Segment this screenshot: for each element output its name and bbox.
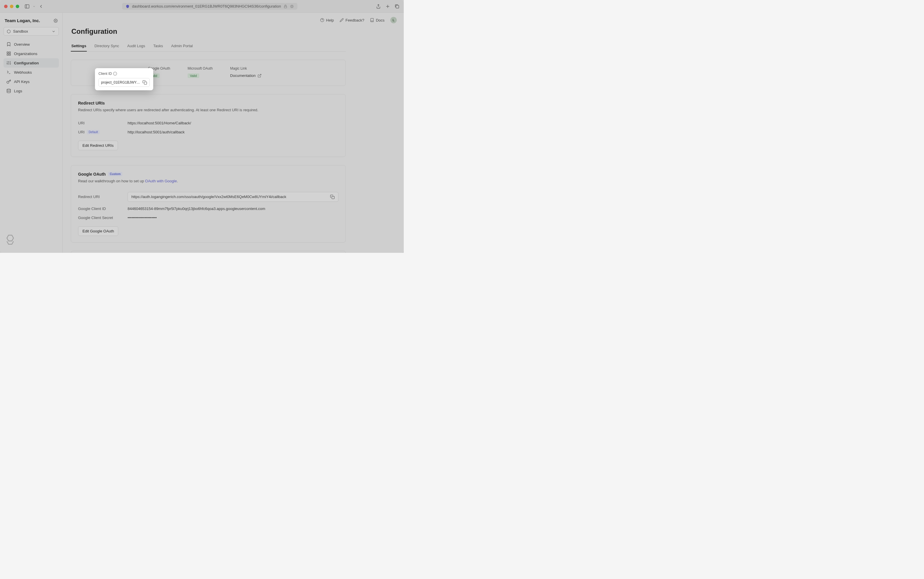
svg-point-25 — [7, 89, 10, 90]
oauth-google-link[interactable]: OAuth with Google — [145, 179, 177, 183]
help-link[interactable]: Help — [320, 18, 334, 23]
client-id-label: Client ID — [98, 72, 112, 76]
magic-link-docs[interactable]: Documentation — [230, 74, 261, 78]
google-client-id-label: Google Client ID — [78, 206, 128, 211]
minimize-window-icon[interactable] — [10, 5, 13, 8]
uri-label: URI — [78, 121, 128, 125]
back-icon[interactable] — [38, 4, 44, 9]
share-icon[interactable] — [376, 4, 381, 9]
external-link-icon — [257, 74, 262, 78]
default-badge: Default — [87, 130, 100, 134]
google-redirect-label: Redirect URI — [78, 195, 128, 199]
url-bar[interactable]: dashboard.workos.com/environment_01ERG1B… — [122, 3, 298, 10]
workos-logo-icon — [5, 235, 15, 245]
tabs: Settings Directory Sync Audit Logs Tasks… — [71, 41, 346, 52]
info-icon[interactable] — [113, 72, 117, 76]
google-client-secret-value: •••••••••••••••••••••• — [128, 216, 339, 220]
feedback-link[interactable]: Feedback? — [340, 18, 364, 23]
uri-value: http://localhost:5001/auth/callback — [128, 130, 339, 134]
grid-icon — [7, 51, 11, 56]
sidebar-item-label: Logs — [14, 89, 22, 93]
database-icon — [7, 88, 11, 93]
edit-google-oauth-button[interactable]: Edit Google OAuth — [78, 226, 118, 236]
titlebar: dashboard.workos.com/environment_01ERG1B… — [0, 0, 404, 13]
google-redirect-uri-value: https://auth.logangingerich.com/sso/oaut… — [131, 195, 328, 199]
pencil-icon — [340, 18, 344, 22]
sidebar-toggle-icon[interactable] — [25, 4, 30, 9]
tab-admin-portal[interactable]: Admin Portal — [171, 41, 193, 52]
redirect-uri-row: URI https://localhost:5001/Home/Callback… — [78, 119, 339, 128]
more-icon[interactable] — [290, 4, 294, 8]
svg-rect-9 — [396, 5, 399, 8]
tabs-icon[interactable] — [394, 4, 400, 9]
microsoft-oauth-status: Valid — [188, 74, 199, 78]
copy-icon[interactable] — [142, 80, 147, 85]
svg-point-5 — [291, 6, 292, 7]
sidebar-item-configuration[interactable]: Configuration — [3, 58, 59, 67]
sidebar-item-api-keys[interactable]: API Keys — [3, 77, 59, 86]
google-client-secret-label: Google Client Secret — [78, 216, 128, 220]
svg-rect-11 — [7, 52, 8, 53]
client-id-field[interactable]: project_01ERG1BJWYAW — [98, 78, 150, 87]
tab-audit-logs[interactable]: Audit Logs — [127, 41, 146, 52]
magic-link-label: Magic Link — [230, 66, 261, 70]
bookmark-icon — [7, 42, 11, 47]
sidebar-item-logs[interactable]: Logs — [3, 86, 59, 95]
help-icon — [320, 18, 324, 22]
svg-rect-2 — [284, 6, 287, 8]
sidebar-item-webhooks[interactable]: Webhooks — [3, 67, 59, 77]
uri-label: URI — [78, 130, 85, 134]
new-tab-icon[interactable] — [385, 4, 390, 9]
site-shield-icon — [126, 4, 130, 8]
microsoft-oauth-label: Microsoft OAuth — [188, 66, 213, 70]
svg-point-6 — [292, 6, 293, 7]
chevron-down-icon[interactable] — [33, 4, 36, 9]
environment-selector[interactable]: Sandbox — [3, 27, 59, 36]
sliders-icon — [7, 61, 11, 65]
sidebar-item-overview[interactable]: Overview — [3, 39, 59, 49]
redirect-uris-desc: Redirect URIs specify where users are re… — [78, 107, 339, 113]
google-redirect-uri-field[interactable]: https://auth.logangingerich.com/sso/oaut… — [128, 192, 339, 202]
redirect-uris-card: Redirect URIs Redirect URIs specify wher… — [71, 94, 346, 157]
tab-settings[interactable]: Settings — [71, 41, 87, 52]
svg-rect-12 — [9, 52, 10, 53]
redirect-uris-title: Redirect URIs — [78, 101, 339, 105]
copy-icon[interactable] — [330, 195, 335, 199]
key-icon — [7, 79, 11, 84]
client-id-popout: Client ID project_01ERG1BJWYAW — [95, 68, 153, 90]
tab-tasks[interactable]: Tasks — [153, 41, 164, 52]
page-title: Configuration — [71, 27, 346, 36]
maximize-window-icon[interactable] — [16, 5, 19, 8]
book-icon — [370, 18, 374, 22]
environment-label: Sandbox — [13, 29, 28, 33]
svg-rect-0 — [25, 5, 29, 8]
sidebar: Team Logan, Inc. Sandbox Overview Organi… — [0, 13, 63, 253]
url-text: dashboard.workos.com/environment_01ERG1B… — [132, 4, 281, 8]
microsoft-oauth-card: Microsoft OAuth — [71, 251, 346, 253]
tab-directory-sync[interactable]: Directory Sync — [94, 41, 120, 52]
topbar: Help Feedback? Docs L — [63, 13, 404, 27]
team-name: Team Logan, Inc. — [5, 18, 40, 23]
close-window-icon[interactable] — [4, 5, 8, 8]
google-oauth-card: Google OAuth Custom Read our walkthrough… — [71, 165, 346, 243]
custom-badge: Custom — [108, 172, 123, 176]
google-client-id-value: 844604653154-89mm7fpr5l7pku0qrj13jbo6hfc… — [128, 206, 339, 211]
svg-rect-13 — [7, 54, 8, 56]
terminal-icon — [7, 70, 11, 75]
gear-icon[interactable] — [54, 19, 58, 23]
google-oauth-desc: Read our walkthrough on how to set up OA… — [78, 178, 339, 184]
sidebar-item-label: Configuration — [14, 61, 39, 65]
avatar[interactable]: L — [390, 17, 397, 23]
sidebar-item-label: Webhooks — [14, 70, 32, 75]
svg-rect-27 — [332, 196, 334, 199]
edit-redirect-uris-button[interactable]: Edit Redirect URIs — [78, 141, 118, 150]
sidebar-item-label: Organizations — [14, 52, 37, 56]
uri-value: https://localhost:5001/Home/Callback/ — [128, 121, 339, 125]
svg-point-4 — [291, 6, 291, 7]
svg-rect-31 — [144, 82, 147, 85]
chevron-down-icon — [52, 29, 56, 33]
main-content: Help Feedback? Docs L Configuration Sett… — [63, 13, 404, 253]
sidebar-item-organizations[interactable]: Organizations — [3, 49, 59, 58]
google-oauth-title: Google OAuth — [78, 172, 106, 177]
docs-link[interactable]: Docs — [370, 18, 384, 23]
